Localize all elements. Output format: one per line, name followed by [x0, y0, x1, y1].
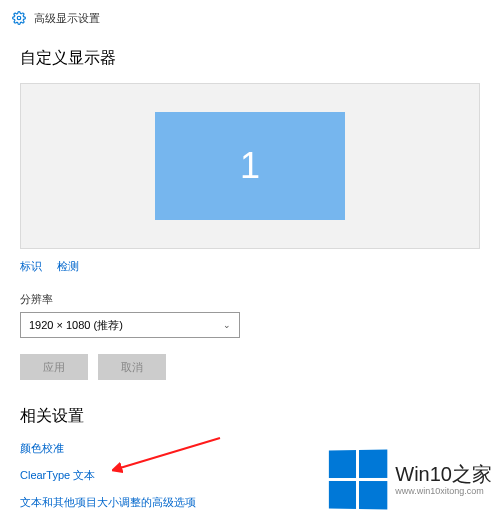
- svg-point-0: [17, 16, 21, 20]
- watermark-text: Win10之家 www.win10xitong.com: [395, 464, 492, 496]
- button-row: 应用 取消: [20, 354, 480, 380]
- watermark: Win10之家 www.win10xitong.com: [328, 450, 492, 509]
- monitor-arrangement[interactable]: 1: [20, 83, 480, 249]
- window-header: 高级显示设置: [0, 0, 500, 36]
- resolution-value: 1920 × 1080 (推荐): [29, 318, 123, 333]
- cancel-button[interactable]: 取消: [98, 354, 166, 380]
- watermark-sublabel: 之家: [452, 463, 492, 485]
- windows-logo-icon: [329, 449, 387, 509]
- detect-link[interactable]: 检测: [57, 259, 79, 274]
- monitor-1[interactable]: 1: [155, 112, 345, 220]
- chevron-down-icon: ⌄: [223, 320, 231, 330]
- resolution-select[interactable]: 1920 × 1080 (推荐) ⌄: [20, 312, 240, 338]
- resolution-label: 分辨率: [20, 292, 480, 307]
- gear-icon: [12, 11, 26, 25]
- apply-button[interactable]: 应用: [20, 354, 88, 380]
- content-area: 自定义显示器 1 标识 检测 分辨率 1920 × 1080 (推荐) ⌄ 应用…: [0, 36, 500, 517]
- custom-display-heading: 自定义显示器: [20, 48, 480, 69]
- watermark-url: www.win10xitong.com: [395, 487, 492, 496]
- watermark-brand: Win10: [395, 463, 452, 485]
- identify-link[interactable]: 标识: [20, 259, 42, 274]
- related-settings-heading: 相关设置: [20, 406, 480, 427]
- monitor-action-row: 标识 检测: [20, 259, 480, 274]
- window-title: 高级显示设置: [34, 11, 100, 26]
- monitor-number: 1: [240, 145, 260, 187]
